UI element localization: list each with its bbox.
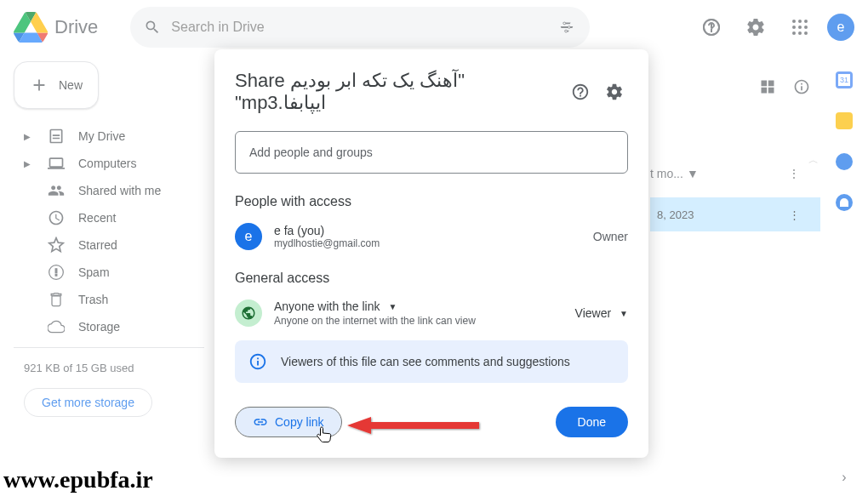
- chevron-down-icon: ▼: [620, 309, 628, 318]
- access-info: Anyone with the link ▼ Anyone on the int…: [274, 299, 563, 327]
- person-email: mydlhostie@gmail.com: [274, 237, 581, 249]
- dialog-footer: Copy link Done: [235, 407, 628, 437]
- person-name: e fa (you): [274, 224, 581, 237]
- info-icon: [248, 352, 267, 371]
- banner-text: Viewers of this file can see comments an…: [281, 355, 570, 368]
- access-type-dropdown[interactable]: Anyone with the link ▼: [274, 299, 563, 313]
- watermark-text: www.epubfa.ir: [3, 466, 153, 493]
- role-label: Viewer: [575, 306, 612, 320]
- add-people-input[interactable]: Add people and groups: [235, 131, 628, 174]
- share-dialog: Share "آهنگ یک تکه ابر بودیم ایپابفا.mp3…: [214, 49, 648, 458]
- link-icon: [253, 414, 268, 430]
- dialog-header: Share "آهنگ یک تکه ابر بودیم ایپابفا.mp3…: [235, 70, 628, 114]
- people-access-heading: People with access: [235, 194, 628, 209]
- general-access-heading: General access: [235, 271, 628, 286]
- info-banner: Viewers of this file can see comments an…: [235, 340, 628, 383]
- done-button[interactable]: Done: [556, 407, 628, 437]
- help-icon: [571, 83, 590, 101]
- dialog-title: Share "آهنگ یک تکه ابر بودیم ایپابفا.mp3…: [235, 70, 560, 114]
- copy-link-label: Copy link: [275, 415, 324, 429]
- access-description: Anyone on the internet with the link can…: [274, 315, 563, 327]
- access-type-label: Anyone with the link: [274, 299, 380, 313]
- share-help-button[interactable]: [567, 78, 594, 106]
- person-role: Owner: [593, 230, 628, 243]
- person-row-owner: e e fa (you) mydlhostie@gmail.com Owner: [235, 223, 628, 250]
- role-dropdown[interactable]: Viewer ▼: [575, 306, 628, 320]
- globe-avatar: [235, 299, 262, 327]
- copy-link-button[interactable]: Copy link: [235, 407, 342, 437]
- chevron-down-icon: ▼: [389, 302, 397, 311]
- globe-icon: [241, 305, 256, 321]
- share-prefix: Share: [235, 70, 285, 91]
- gear-icon: [605, 83, 624, 101]
- person-avatar: e: [235, 223, 262, 250]
- add-people-placeholder: Add people and groups: [249, 145, 373, 159]
- share-settings-button[interactable]: [601, 78, 628, 106]
- general-access-row: Anyone with the link ▼ Anyone on the int…: [235, 299, 628, 327]
- person-info: e fa (you) mydlhostie@gmail.com: [274, 224, 581, 249]
